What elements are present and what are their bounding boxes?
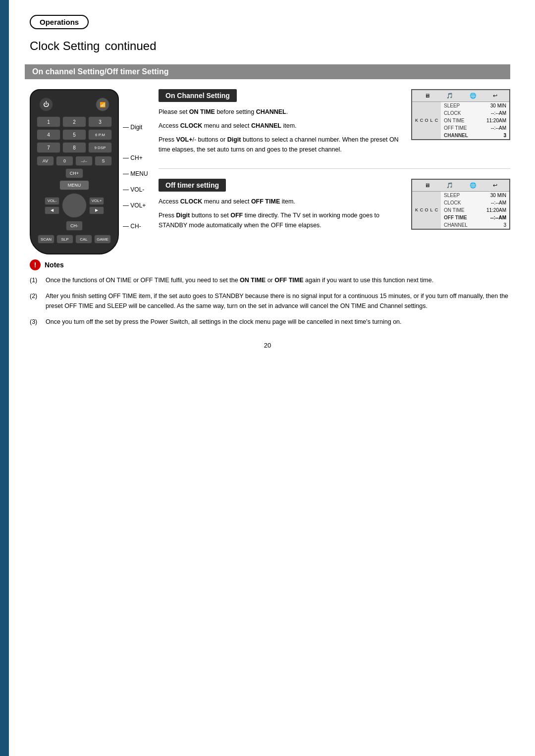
btn-slp[interactable]: SLP <box>56 235 73 244</box>
remote-control: ⏻ 📶 1 2 3 4 5 6 P.M 7 8 9 DSP <box>30 89 119 254</box>
note-2-text: After you finish setting OFF TIME item, … <box>46 291 510 311</box>
tv-row-sleep-2: SLEEP 30 MIN <box>441 192 509 199</box>
tv-value-sleep-2: 30 MIN <box>478 192 509 199</box>
tv-value-ontime-2: 11:20AM <box>478 206 509 214</box>
label-ch-minus: — CH- <box>123 223 148 230</box>
btn-0[interactable]: 0 <box>56 156 73 166</box>
tv-value-offtime-1: --:--AM <box>478 124 509 132</box>
tv-value-clock-1: --:--AM <box>478 109 509 117</box>
tv-icon-2-3: 🌐 <box>470 182 477 189</box>
on-channel-row: On Channel Setting Please set ON TIME be… <box>159 89 510 158</box>
vol-side: VOL- ◀ <box>45 197 59 214</box>
tv-icons-1: 🖥 🎵 🌐 ↩ <box>412 90 509 102</box>
tv-row-clock-1: CLOCK --:--AM <box>441 109 509 117</box>
tv-value-clock-2: --:--AM <box>478 199 509 206</box>
btn-7[interactable]: 7 <box>37 142 60 153</box>
btn-5[interactable]: 5 <box>62 129 86 140</box>
operations-badge: Operations <box>25 15 510 33</box>
page-container: Operations Clock Setting continued On ch… <box>0 0 535 756</box>
btn-2[interactable]: 2 <box>62 116 86 127</box>
btn-ch-minus[interactable]: CH- <box>66 221 83 231</box>
tv-label-channel-1: CHANNEL <box>441 132 478 139</box>
nav-row: VOL- ◀ VOL+ ▶ <box>45 193 104 218</box>
tv-row-ontime-2: ON TIME 11:20AM <box>441 206 509 214</box>
tv-display-1: 🖥 🎵 🌐 ↩ CLOCK SLEEP <box>411 89 510 140</box>
on-channel-para2: Access CLOCK menu and select CHANNEL ite… <box>159 121 401 131</box>
btn-cal[interactable]: CAL <box>75 235 92 244</box>
tv-label-offtime-2: OFF TIME <box>441 214 478 221</box>
tv-icon-2-2: 🎵 <box>446 182 453 189</box>
btn-vol-minus[interactable]: VOL- <box>45 197 59 205</box>
tv-content-1: SLEEP 30 MIN CLOCK --:--AM O <box>441 102 509 139</box>
note-2: (2) After you finish setting OFF TIME it… <box>30 291 510 311</box>
btn-menu[interactable]: MENU <box>59 180 90 190</box>
tv-table-2: SLEEP 30 MIN CLOCK --:--AM O <box>441 192 509 229</box>
main-content: ⏻ 📶 1 2 3 4 5 6 P.M 7 8 9 DSP <box>30 89 510 254</box>
tv-icons-2: 🖥 🎵 🌐 ↩ <box>412 180 509 192</box>
note-1-number: (1) <box>30 275 40 285</box>
btn-av[interactable]: AV <box>37 156 54 166</box>
signal-button[interactable]: 📶 <box>96 98 109 111</box>
btn-vol-plus-arrow[interactable]: ▶ <box>89 206 104 214</box>
tv-icon-2-4: ↩ <box>493 182 497 189</box>
btn-s[interactable]: S <box>95 156 112 166</box>
btn-9-dsp[interactable]: 9 DSP <box>88 142 112 153</box>
power-button[interactable]: ⏻ <box>39 98 53 111</box>
btn-vol-plus[interactable]: VOL+ <box>89 197 104 205</box>
btn-ch-plus[interactable]: CH+ <box>65 168 83 178</box>
note-3: (3) Once you turn off the set by press t… <box>30 317 510 327</box>
notes-title: Notes <box>45 261 64 269</box>
notes-section: ! Notes (1) Once the functions of ON TIM… <box>30 259 510 327</box>
tv-row-channel-1: CHANNEL 3 <box>441 132 509 139</box>
btn-scan[interactable]: SCAN <box>38 235 54 244</box>
tv-label-offtime-1: OFF TIME <box>441 124 478 132</box>
btn-dashdash[interactable]: --/-- <box>75 156 93 166</box>
btn-4[interactable]: 4 <box>37 129 60 140</box>
tv-side-letters-2: CLOCK <box>412 192 441 229</box>
page-number: 20 <box>25 342 510 349</box>
tv-table-1: SLEEP 30 MIN CLOCK --:--AM O <box>441 102 509 139</box>
off-timer-text: Off timer setting Access CLOCK menu and … <box>159 179 401 234</box>
tv-side-letters-1: CLOCK <box>412 102 441 139</box>
btn-3[interactable]: 3 <box>88 116 112 127</box>
tv-content-2: SLEEP 30 MIN CLOCK --:--AM O <box>441 192 509 229</box>
label-ch-plus: — CH+ <box>123 154 148 161</box>
notes-icon: ! <box>30 259 41 270</box>
btn-8[interactable]: 8 <box>62 142 86 153</box>
vol-plus-side: VOL+ ▶ <box>89 197 104 214</box>
tv-row-sleep-1: SLEEP 30 MIN <box>441 102 509 109</box>
note-1: (1) Once the functions of ON TIME or OFF… <box>30 275 510 285</box>
on-channel-para1: Please set ON TIME before setting CHANNE… <box>159 107 401 117</box>
nav-center[interactable] <box>62 193 87 218</box>
off-timer-row: Off timer setting Access CLOCK menu and … <box>159 179 510 234</box>
tv-icon-1: 🖥 <box>425 93 430 99</box>
off-timer-body: Access CLOCK menu and select OFF TIME it… <box>159 197 401 230</box>
bottom-row: SCAN SLP CAL GAME <box>37 235 112 244</box>
remote-top-row: ⏻ 📶 <box>37 98 112 111</box>
btn-1[interactable]: 1 <box>37 116 60 127</box>
off-timer-section: Off timer setting Access CLOCK menu and … <box>159 179 510 234</box>
btn-vol-minus-arrow[interactable]: ◀ <box>45 206 59 214</box>
tv-label-ontime-2: ON TIME <box>441 206 478 214</box>
tv-row-channel-2: CHANNEL 3 <box>441 221 509 229</box>
num-grid: 1 2 3 4 5 6 P.M 7 8 9 DSP <box>37 116 112 153</box>
left-accent-bar <box>0 0 9 756</box>
tv-sidebar-1: CLOCK SLEEP 30 MIN CLOCK <box>412 102 509 139</box>
on-channel-title: On Channel Setting <box>159 89 237 102</box>
btn-game[interactable]: GAME <box>94 235 111 244</box>
off-timer-title: Off timer setting <box>159 179 226 192</box>
off-timer-para1: Access CLOCK menu and select OFF TIME it… <box>159 197 401 206</box>
right-column: On Channel Setting Please set ON TIME be… <box>159 89 510 254</box>
btn-6-pm[interactable]: 6 P.M <box>88 129 112 140</box>
tv-label-clock-1: CLOCK <box>441 109 478 117</box>
tv-label-ontime-1: ON TIME <box>441 117 478 124</box>
section-header: On channel Setting/Off timer Setting <box>25 64 510 79</box>
label-vol: — VOL- <box>123 186 148 193</box>
tv-label-sleep-2: SLEEP <box>441 192 478 199</box>
left-column: ⏻ 📶 1 2 3 4 5 6 P.M 7 8 9 DSP <box>30 89 149 254</box>
on-channel-body: Please set ON TIME before setting CHANNE… <box>159 107 401 154</box>
nav-cross: VOL- ◀ VOL+ ▶ <box>37 193 112 218</box>
tv-icon-2: 🎵 <box>446 93 453 99</box>
tv-value-offtime-2: --:--AM <box>478 214 509 221</box>
page-title: Clock Setting continued <box>30 33 510 54</box>
